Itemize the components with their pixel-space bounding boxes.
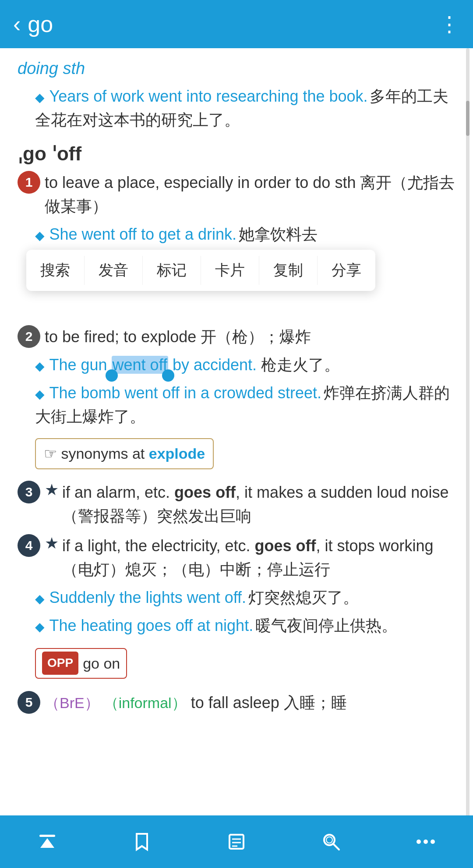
sense-2-example-1-en: The gun went off by accident. xyxy=(49,356,261,374)
sense-badge-2: 2 xyxy=(18,325,40,348)
synonyms-box: ☞ synonyms at explode xyxy=(35,438,214,469)
sense-3-row: 3 ★ if an alarm, etc. goes off, it makes… xyxy=(18,481,455,528)
sense-4-row: 4 ★ if a light, the electricity, etc. go… xyxy=(18,534,455,581)
sense-badge-5: 5 xyxy=(18,691,40,714)
svg-point-9 xyxy=(417,840,421,844)
sense-3-star: ★ xyxy=(45,481,59,499)
phrasal-verb-heading: ˌgo ˈoff xyxy=(18,142,455,165)
tag-informal: （informal） xyxy=(104,694,187,711)
nav-list-icon[interactable] xyxy=(225,830,248,853)
sense-3: 3 ★ if an alarm, etc. goes off, it makes… xyxy=(18,481,455,528)
sense-badge-4: 4 xyxy=(18,534,40,557)
context-menu: 搜索 发音 标记 卡片 复制 分享 xyxy=(26,250,375,291)
header-title: go xyxy=(28,11,53,37)
sense-badge-3: 3 xyxy=(18,481,40,503)
context-pronounce[interactable]: 发音 xyxy=(85,256,143,285)
opp-box: OPP go on xyxy=(35,648,127,679)
sense-4: 4 ★ if a light, the electricity, etc. go… xyxy=(18,534,455,685)
back-icon[interactable]: ‹ xyxy=(13,13,21,35)
sense-2-example-2-en: The bomb went off in a crowded street. xyxy=(49,384,321,402)
diamond-icon: ◆ xyxy=(35,620,45,634)
sense-4-text: if a light, the electricity, etc. goes o… xyxy=(62,534,455,581)
diamond-icon: ◆ xyxy=(35,387,45,401)
sense-1-text: to leave a place, especially in order to… xyxy=(45,171,455,218)
pointer-icon: ☞ xyxy=(44,445,57,462)
context-copy[interactable]: 复制 xyxy=(259,256,318,285)
more-options-icon[interactable]: ⋮ xyxy=(439,12,460,36)
diamond-icon: ◆ xyxy=(35,91,45,104)
synonyms-label: synonyms at xyxy=(61,445,148,462)
sense-1-example: ◆ She went off to get a drink. 她拿饮料去 xyxy=(18,223,455,246)
top-example-en: Years of work went into researching the … xyxy=(49,87,367,105)
sense-2-text: to be fired; to explode 开（枪）；爆炸 xyxy=(45,325,455,349)
sense-5-text: （BrE） （informal） to fall asleep 入睡；睡 xyxy=(45,691,455,715)
svg-point-10 xyxy=(424,840,428,844)
diamond-icon: ◆ xyxy=(35,229,45,242)
opp-badge: OPP xyxy=(42,652,78,675)
diamond-icon: ◆ xyxy=(35,359,45,373)
nav-more-icon[interactable] xyxy=(414,830,437,853)
sense-4-example-2: ◆ The heating goes off at night. 暖气夜间停止供… xyxy=(18,614,455,638)
sense-1-example-en: She went off to get a drink. xyxy=(49,225,236,243)
sense-5-row: 5 （BrE） （informal） to fall asleep 入睡；睡 xyxy=(18,691,455,715)
header-left: ‹ go xyxy=(13,11,53,37)
sense-1-example-zh: 她拿饮料去 xyxy=(239,225,318,243)
sense-2-example-1: ◆ The gun went off by accident. 枪走火了。 xyxy=(18,353,455,377)
tag-bre: （BrE） xyxy=(45,694,99,711)
context-mark[interactable]: 标记 xyxy=(143,256,201,285)
selection-handle-left[interactable] xyxy=(106,369,118,382)
partial-italic-text: doing sth xyxy=(18,57,455,80)
sense-4-star: ★ xyxy=(45,534,59,553)
sense-badge-1: 1 xyxy=(18,171,40,194)
sense-4-example-2-zh: 暖气夜间停止供热。 xyxy=(255,616,397,634)
sense-2-example-1-zh: 枪走火了。 xyxy=(261,356,340,374)
sense-1-row: 1 to leave a place, especially in order … xyxy=(18,171,455,218)
dictionary-content: doing sth ◆ Years of work went into rese… xyxy=(0,48,473,788)
svg-line-7 xyxy=(333,844,339,850)
app-header: ‹ go ⋮ xyxy=(0,0,473,48)
sense-4-example-2-en: The heating goes off at night. xyxy=(49,616,253,634)
sense-1: 1 to leave a place, especially in order … xyxy=(18,171,455,246)
svg-rect-0 xyxy=(39,835,55,837)
context-card[interactable]: 卡片 xyxy=(201,256,259,285)
nav-search-icon[interactable] xyxy=(320,830,342,853)
opp-box-container: OPP go on xyxy=(18,642,455,685)
opp-text[interactable]: go on xyxy=(83,652,120,675)
sense-5: 5 （BrE） （informal） to fall asleep 入睡；睡 xyxy=(18,691,455,715)
sense-4-example-1: ◆ Suddenly the lights went off. 灯突然熄灭了。 xyxy=(18,586,455,609)
sense-2: 2 to be fired; to explode 开（枪）；爆炸 ◆ The … xyxy=(18,325,455,474)
svg-point-8 xyxy=(326,837,332,843)
sense-4-example-1-zh: 灯突然熄灭了。 xyxy=(248,588,359,606)
sense-2-row: 2 to be fired; to explode 开（枪）；爆炸 xyxy=(18,325,455,349)
selected-text: went off xyxy=(112,356,168,374)
sense-4-example-1-en: Suddenly the lights went off. xyxy=(49,588,246,606)
sense-2-example-2: ◆ The bomb went off in a crowded street.… xyxy=(18,381,455,429)
synonyms-link[interactable]: explode xyxy=(149,445,205,462)
synonyms-box-container: ☞ synonyms at explode xyxy=(18,433,455,474)
selection-handle-right[interactable] xyxy=(162,369,174,382)
partial-top-section: doing sth ◆ Years of work went into rese… xyxy=(18,57,455,132)
nav-top-icon[interactable] xyxy=(36,830,59,853)
svg-point-11 xyxy=(431,840,435,844)
bottom-navigation xyxy=(0,815,473,868)
svg-marker-1 xyxy=(40,838,54,848)
sense-3-text: if an alarm, etc. goes off, it makes a s… xyxy=(62,481,455,528)
context-share[interactable]: 分享 xyxy=(318,256,375,285)
nav-bookmark-icon[interactable] xyxy=(131,830,153,853)
diamond-icon: ◆ xyxy=(35,592,45,606)
context-search[interactable]: 搜索 xyxy=(26,256,85,285)
top-example-block: ◆ Years of work went into researching th… xyxy=(18,85,455,132)
